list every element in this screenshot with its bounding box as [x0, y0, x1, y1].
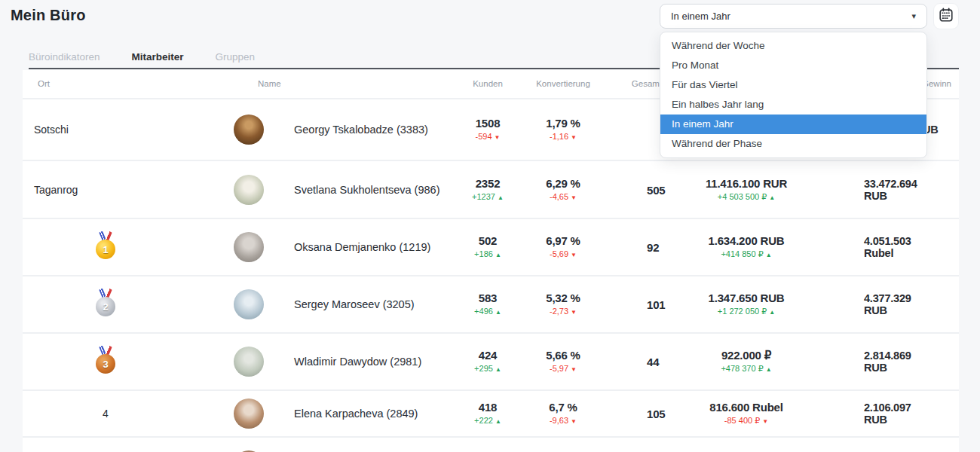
konvertierung-value: 5,66 % [546, 349, 580, 362]
konvertierung-delta: -1,16 ▼ [546, 131, 580, 143]
konvertierung-cell: 6,97 %-5,69 ▼ [546, 234, 580, 261]
arrow-down-icon: ▼ [571, 366, 577, 373]
column-header-name: Name [258, 79, 281, 88]
delta-value: +295 [474, 364, 495, 373]
konvertierung-delta: -4,65 ▼ [546, 191, 580, 203]
arrow-up-icon: ▲ [495, 418, 501, 425]
kunden-value: 1508 [476, 117, 501, 130]
table-row[interactable]: 1Oksana Demjanenko (1219)502+186 ▲6,97 %… [23, 218, 959, 275]
kunden-delta: +222 ▲ [474, 415, 501, 427]
arrow-up-icon: ▲ [495, 366, 501, 373]
arrow-up-icon: ▲ [766, 252, 772, 258]
employee-name: Elena Karpacheva (2849) [294, 408, 418, 420]
employee-name: Sergey Maroseev (3205) [294, 298, 415, 310]
arrow-down-icon: ▼ [495, 134, 501, 141]
medal-bronze-icon: 3 [94, 346, 117, 374]
delta-value: +1 272 050 ₽ [718, 307, 769, 316]
avatar [234, 289, 264, 319]
gesamt-cell: 44 [647, 356, 659, 368]
chevron-down-icon: ▾ [911, 11, 916, 21]
kunden-value: 418 [474, 401, 501, 414]
dropdown-option[interactable]: Ein halbes Jahr lang [660, 95, 926, 115]
arrow-up-icon: ▲ [498, 194, 504, 200]
avatar [234, 399, 264, 429]
arrow-down-icon: ▼ [571, 309, 577, 316]
konvertierung-cell: 6,7 %-9,63 ▼ [549, 401, 577, 427]
arrow-down-icon: ▼ [571, 134, 577, 141]
gewinn-cell: 4.377.329 RUB [864, 292, 927, 316]
gesamt-cell: 105 [647, 408, 665, 420]
kunden-cell: 1508-594 ▼ [476, 117, 501, 143]
delta-value: -1,16 [550, 132, 571, 141]
umsatz-delta: +414 850 ₽ ▲ [709, 249, 785, 261]
gewinn-cell: 33.472.694 RUB [864, 178, 927, 202]
kunden-delta: +186 ▲ [474, 249, 501, 261]
avatar [234, 232, 264, 262]
kunden-cell: 502+186 ▲ [474, 234, 501, 261]
table-row[interactable]: 4324,49 %661.600 RUB [23, 436, 959, 452]
umsatz-cell: 11.416.100 RUR+4 503 500 ₽ ▲ [706, 176, 787, 203]
period-select[interactable]: In einem Jahr ▾ [660, 4, 927, 29]
delta-value: +186 [474, 249, 495, 258]
delta-value: +222 [474, 416, 495, 425]
arrow-down-icon: ▼ [571, 252, 577, 258]
arrow-up-icon: ▲ [766, 366, 772, 373]
umsatz-value: 816.600 Rubel [709, 401, 782, 414]
delta-value: -9,63 [550, 416, 571, 425]
kunden-cell: 424+295 ▲ [474, 349, 501, 375]
arrow-up-icon: ▲ [769, 309, 775, 316]
dropdown-option[interactable]: Pro Monat [660, 56, 926, 75]
delta-value: -2,73 [550, 307, 571, 316]
office-dashboard: Mein Büro In einem Jahr ▾ Büroindikatore… [0, 0, 980, 452]
kunden-delta: +295 ▲ [474, 363, 501, 375]
table-row[interactable]: 3Wladimir Dawydow (2981)424+295 ▲5,66 %-… [23, 332, 959, 389]
period-dropdown: Während der WochePro MonatFür das Vierte… [660, 32, 927, 158]
kunden-cell: 583+496 ▲ [474, 292, 501, 318]
period-select-value: In einem Jahr [671, 11, 911, 22]
kunden-value: 2352 [472, 176, 504, 190]
table-row[interactable]: TaganrogSvetlana Sukholentseva (986)2352… [23, 160, 959, 218]
kunden-value: 583 [474, 292, 501, 305]
ort-cell: Sotschi [34, 124, 69, 136]
konvertierung-delta: -5,69 ▼ [546, 249, 580, 261]
delta-value: +1237 [472, 191, 498, 200]
arrow-down-icon: ▼ [571, 418, 577, 425]
column-header-ort: Ort [38, 79, 50, 88]
rank-medal: 1 [94, 231, 117, 263]
medal-number: 2 [96, 297, 115, 316]
konvertierung-value: 1,79 % [546, 117, 580, 130]
konvertierung-cell: 1,79 %-1,16 ▼ [546, 117, 580, 143]
arrow-up-icon: ▲ [495, 309, 501, 316]
kunden-delta: +496 ▲ [474, 306, 501, 318]
konvertierung-value: 6,97 % [546, 234, 580, 248]
umsatz-delta: +478 370 ₽ ▲ [721, 363, 771, 375]
konvertierung-value: 5,32 % [546, 292, 580, 305]
delta-value: -5,69 [550, 249, 571, 258]
column-header-kunden: Kunden [473, 79, 503, 88]
konvertierung-cell: 5,66 %-5,97 ▼ [546, 349, 580, 375]
employee-name: Svetlana Sukholentseva (986) [294, 184, 439, 196]
gewinn-cell: 2.814.869 RUB [864, 350, 927, 374]
arrow-up-icon: ▲ [769, 194, 775, 200]
dropdown-option-selected[interactable]: In einem Jahr [660, 115, 926, 134]
delta-value: +478 370 ₽ [721, 364, 765, 373]
delta-value: -594 [476, 132, 495, 141]
kunden-delta: -594 ▼ [476, 131, 501, 143]
dropdown-option[interactable]: Während der Woche [660, 36, 926, 56]
gesamt-cell: 505 [647, 183, 665, 196]
calendar-button[interactable] [933, 3, 959, 29]
page-title: Mein Büro [11, 7, 86, 24]
gewinn-cell: 2.106.097 RUB [864, 402, 927, 426]
umsatz-cell: 816.600 Rubel-85 400 ₽ ▼ [709, 401, 782, 427]
medal-gold-icon: 1 [94, 231, 117, 260]
konvertierung-cell: 6,29 %-4,65 ▼ [546, 176, 580, 203]
dropdown-option[interactable]: Während der Phase [660, 134, 926, 154]
table-row[interactable]: 4Elena Karpacheva (2849)418+222 ▲6,7 %-9… [23, 389, 959, 436]
konvertierung-cell: 5,32 %-2,73 ▼ [546, 292, 580, 318]
table-row[interactable]: 2Sergey Maroseev (3205)583+496 ▲5,32 %-2… [23, 275, 959, 332]
delta-value: +496 [474, 307, 495, 316]
delta-value: -4,65 [550, 191, 571, 200]
arrow-down-icon: ▼ [762, 418, 768, 425]
gesamt-cell: 101 [647, 298, 665, 311]
dropdown-option[interactable]: Für das Viertel [660, 75, 926, 95]
